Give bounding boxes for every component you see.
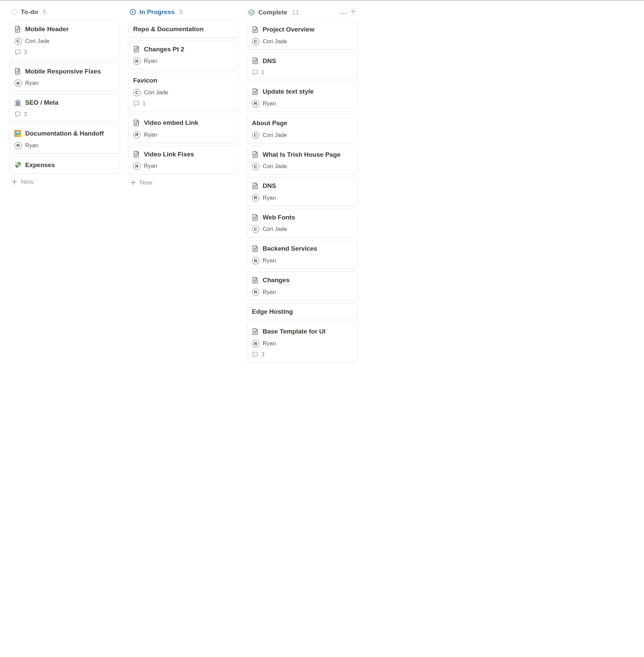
card-title: Mobile Header xyxy=(25,25,69,33)
assignee-row: CCori Jade xyxy=(133,89,234,96)
avatar: C xyxy=(252,132,259,139)
card-title-row: Backend Services xyxy=(252,244,352,253)
comment-count: 1 xyxy=(261,69,264,76)
card-title: Mobile Responsive Fixes xyxy=(25,67,101,76)
assignee-row: CCori Jade xyxy=(252,163,352,170)
card-title-row: Video embed Link xyxy=(133,118,234,127)
new-card-button[interactable]: New xyxy=(128,174,239,187)
column-title: In Progress xyxy=(140,8,175,16)
card-title-row: Base Template for UI xyxy=(252,327,352,336)
card[interactable]: 🏛️SEO / Meta 3 xyxy=(9,94,120,122)
avatar: R xyxy=(15,80,22,87)
card-title: Edge Hosting xyxy=(252,308,293,316)
card-title-row: Mobile Responsive Fixes xyxy=(15,67,115,76)
card-title: Documentation & Handoff xyxy=(25,129,104,138)
card[interactable]: Project OverviewCCori Jade xyxy=(247,21,358,50)
page-icon xyxy=(133,119,140,126)
assignee-name: Cori Jade xyxy=(262,226,287,232)
column-header-todo[interactable]: To-do5 xyxy=(9,6,120,21)
avatar: R xyxy=(133,162,141,170)
card[interactable]: Mobile Responsive FixesRRyan xyxy=(9,63,120,92)
card-title: Video embed Link xyxy=(144,118,198,127)
page-icon xyxy=(252,58,259,64)
card[interactable]: 🖼️Documentation & HandoffRRyan xyxy=(9,125,120,154)
card-title-row: Changes xyxy=(252,276,352,285)
assignee-row: RRyan xyxy=(252,257,352,265)
page-icon xyxy=(252,214,259,221)
column-todo: To-do5 Mobile HeaderCCori Jade 3 Mobile … xyxy=(9,6,120,187)
card[interactable]: Backend ServicesRRyan xyxy=(247,240,358,269)
column-header-inprogress[interactable]: In Progress5 xyxy=(128,6,239,21)
card-title-row: About Page xyxy=(252,119,352,128)
comment-icon xyxy=(133,100,140,107)
card-title: Backend Services xyxy=(262,244,317,253)
card[interactable]: About PageCCori Jade xyxy=(247,114,358,143)
card-title-row: Project Overview xyxy=(252,25,352,34)
more-icon[interactable] xyxy=(340,9,347,16)
card[interactable]: Repo & Documentation xyxy=(128,21,239,38)
add-card-icon[interactable] xyxy=(350,8,356,16)
svg-point-24 xyxy=(345,13,346,14)
comment-icon xyxy=(252,351,259,358)
avatar: R xyxy=(133,58,141,65)
comment-count: 3 xyxy=(24,49,27,56)
card[interactable]: FaviconCCori Jade 1 xyxy=(128,72,239,111)
plus-icon xyxy=(130,180,136,185)
complete-status-icon xyxy=(248,9,255,16)
card-title-row: Repo & Documentation xyxy=(133,25,234,33)
card[interactable]: Video embed LinkRRyan xyxy=(128,114,239,143)
page-icon xyxy=(252,277,259,284)
card[interactable]: Edge Hosting xyxy=(247,303,358,320)
card[interactable]: Web FontsCCori Jade xyxy=(247,209,358,237)
avatar: R xyxy=(252,100,259,107)
assignee-name: Ryan xyxy=(144,163,157,169)
column-header-complete[interactable]: Complete11 xyxy=(247,6,358,21)
plus-icon xyxy=(12,179,18,185)
avatar: C xyxy=(133,89,141,96)
comment-icon xyxy=(15,111,21,118)
assignee-row: RRyan xyxy=(252,100,352,107)
comment-icon xyxy=(15,49,21,56)
assignee-row: CCori Jade xyxy=(252,132,352,139)
avatar: R xyxy=(252,257,259,265)
card-title: DNS xyxy=(262,182,276,190)
card[interactable]: Mobile HeaderCCori Jade 3 xyxy=(9,21,120,60)
card-title-row: DNS xyxy=(252,57,352,65)
assignee-row: RRyan xyxy=(133,162,234,170)
card[interactable]: Update text styleRRyan xyxy=(247,83,358,112)
assignee-name: Ryan xyxy=(262,100,276,107)
card[interactable]: Changes Pt 2RRyan xyxy=(128,41,239,69)
assignee-row: RRyan xyxy=(133,58,234,65)
column-count: 5 xyxy=(43,8,46,16)
comment-row[interactable]: 1 xyxy=(133,100,234,107)
new-card-button[interactable]: New xyxy=(9,174,120,187)
emoji-icon: 🖼️ xyxy=(15,130,21,137)
card-title-row: Mobile Header xyxy=(15,25,115,33)
assignee-row: RRyan xyxy=(252,194,352,202)
page-icon xyxy=(252,328,259,335)
svg-point-23 xyxy=(343,13,344,14)
card[interactable]: 💸Expenses xyxy=(9,156,120,174)
card[interactable]: Base Template for UIRRyan 3 xyxy=(247,323,358,362)
comment-row[interactable]: 1 xyxy=(252,69,352,76)
column-count: 5 xyxy=(180,8,183,16)
card-title: About Page xyxy=(252,119,288,128)
comment-row[interactable]: 3 xyxy=(252,351,352,358)
assignee-row: CCori Jade xyxy=(252,226,352,233)
card-title-row: Edge Hosting xyxy=(252,308,352,316)
kanban-board: To-do5 Mobile HeaderCCori Jade 3 Mobile … xyxy=(0,0,644,383)
page-icon xyxy=(252,151,259,158)
comment-row[interactable]: 3 xyxy=(15,111,115,118)
avatar: R xyxy=(15,142,22,149)
page-icon xyxy=(15,26,21,32)
card[interactable]: DNS 1 xyxy=(247,52,358,81)
card[interactable]: DNSRRyan xyxy=(247,177,358,206)
card-title: Update text style xyxy=(262,87,314,96)
card[interactable]: ChangesRRyan xyxy=(247,271,358,300)
emoji-icon: 🏛️ xyxy=(15,99,21,106)
cards-list: Project OverviewCCori Jade DNS 1 Update … xyxy=(247,21,358,362)
cards-list: Mobile HeaderCCori Jade 3 Mobile Respons… xyxy=(9,21,120,174)
card[interactable]: What Is Trish House PageCCori Jade xyxy=(247,146,358,175)
comment-row[interactable]: 3 xyxy=(15,49,115,56)
card[interactable]: Video Link FixesRRyan xyxy=(128,145,239,175)
